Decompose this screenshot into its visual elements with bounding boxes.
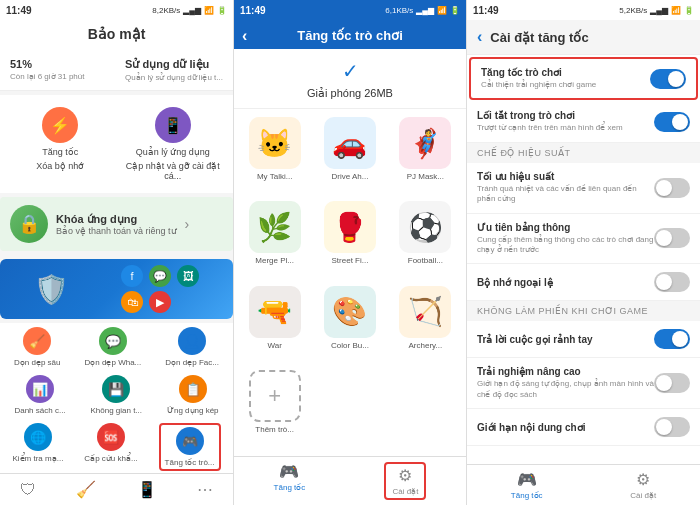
panel1-tab-bar: 🛡 🧹 📱 ⋯: [0, 473, 233, 505]
stat-battery: 51% Còn lại 6 giờ 31 phút: [10, 58, 85, 82]
setting-priority: Ưu tiên bảng thông Cung cấp thêm bảng th…: [467, 214, 700, 265]
game-boost-item[interactable]: 🎮 Tăng tốc trò...: [159, 423, 221, 471]
setting-optimize-title: Tối ưu hiệu suất: [477, 171, 654, 182]
game-grid: 🐱 My Talki... 🚗 Drive Ah... 🦸 PJ Mask...…: [234, 109, 466, 456]
game-boost-label: Tăng tốc trò...: [165, 458, 215, 467]
game-icon-pjmask: 🦸: [399, 117, 451, 169]
setting-shortcut-text: Lối tắt trong trò chơi Trượt từ cạnh trê…: [477, 110, 654, 133]
wifi-icon-3: 📶: [671, 6, 681, 15]
game-icon-football: ⚽: [399, 201, 451, 253]
game-name-football: Football...: [391, 256, 460, 265]
panel2-header: ‹ Tăng tốc trò chơi: [234, 20, 466, 49]
data-list-icon: 📊: [26, 375, 54, 403]
clean-wha-item[interactable]: 💬 Dọn dẹp Wha...: [85, 327, 142, 367]
clean-wha-icon: 💬: [99, 327, 127, 355]
toggle-shortcut[interactable]: [654, 112, 690, 132]
appmgr-cell[interactable]: 📱 Quản lý ứng dụng Cập nhật và gỡ cài đặ…: [117, 101, 230, 187]
setting-handsfree-text: Trả lời cuộc gọi rảnh tay: [477, 334, 654, 345]
p2-tab-boost[interactable]: 🎮 Tăng tốc: [274, 462, 306, 500]
stat-battery-sub: Còn lại 6 giờ 31 phút: [10, 72, 85, 81]
toggle-handsfree[interactable]: [654, 329, 690, 349]
game-icon-mytalki: 🐱: [249, 117, 301, 169]
panel3-back-button[interactable]: ‹: [477, 28, 482, 46]
tab-clean[interactable]: 🧹: [76, 480, 96, 499]
game-item-color[interactable]: 🎨 Color Bu...: [315, 286, 384, 364]
game-name-archery: Archery...: [391, 341, 460, 350]
game-name-merge: Merge Pl...: [240, 256, 309, 265]
signal-icon: ▂▄▆: [183, 6, 201, 15]
game-add-item[interactable]: + Thêm trò...: [240, 370, 309, 448]
setting-memory: Bộ nhớ ngoại lệ: [467, 264, 700, 301]
status-icons-3: 5,2KB/s ▂▄▆ 📶 🔋: [619, 6, 694, 15]
game-item-drive[interactable]: 🚗 Drive Ah...: [315, 117, 384, 195]
game-item-football[interactable]: ⚽ Football...: [391, 201, 460, 279]
tab-apps-icon: 📱: [137, 480, 157, 499]
game-add-button[interactable]: +: [249, 370, 301, 422]
security-banner: 🛡️ f 💬 🖼 🛍 ▶: [0, 259, 233, 319]
clean-wha-label: Dọn dẹp Wha...: [85, 358, 142, 367]
tab-apps[interactable]: 📱: [137, 480, 157, 499]
game-name-pjmask: PJ Mask...: [391, 172, 460, 181]
tab-security[interactable]: 🛡: [20, 481, 36, 499]
p2-tab-settings[interactable]: ⚙ Cài đặt: [384, 462, 426, 500]
status-bar-3: 11:49 5,2KB/s ▂▄▆ 📶 🔋: [467, 0, 700, 20]
setting-advanced: Trải nghiệm nâng cao Giới hạn độ sáng tự…: [467, 358, 700, 409]
game-item-mytalki[interactable]: 🐱 My Talki...: [240, 117, 309, 195]
game-item-merge[interactable]: 🌿 Merge Pl...: [240, 201, 309, 279]
signal-icon-2: ▂▄▆: [416, 6, 434, 15]
setting-memory-text: Bộ nhớ ngoại lệ: [477, 277, 654, 288]
appmgr-sub: Cập nhật và gỡ cài đặt cá...: [121, 161, 226, 181]
toggle-priority[interactable]: [654, 228, 690, 248]
first-aid-item[interactable]: 🆘 Cấp cứu khẩ...: [84, 423, 137, 471]
p3-tab-boost[interactable]: 🎮 Tăng tốc: [511, 470, 543, 500]
p2-tab-settings-icon: ⚙: [398, 466, 412, 485]
dual-app-icon: 📋: [179, 375, 207, 403]
dual-app-item[interactable]: 📋 Ứng dụng kép: [167, 375, 219, 415]
setting-handsfree-title: Trả lời cuộc gọi rảnh tay: [477, 334, 654, 345]
setting-priority-title: Ưu tiên bảng thông: [477, 222, 654, 233]
boost-cell[interactable]: ⚡ Tăng tốc Xóa bộ nhớ: [4, 101, 117, 187]
game-icon-archery: 🏹: [399, 286, 451, 338]
toggle-advanced[interactable]: [654, 373, 690, 393]
data-list-item[interactable]: 📊 Danh sách c...: [14, 375, 65, 415]
lock-text: Khóa ứng dụng Bảo vệ thanh toán và riêng…: [56, 213, 177, 236]
toggle-gameboost[interactable]: [650, 69, 686, 89]
status-icons-2: 6,1KB/s ▂▄▆ 📶 🔋: [385, 6, 460, 15]
stat-data-sub: Quản lý sử dụng dữ liệu t...: [125, 73, 223, 82]
status-time-1: 11:49: [6, 5, 32, 16]
boost-sub: Xóa bộ nhớ: [36, 161, 84, 171]
tab-security-icon: 🛡: [20, 481, 36, 499]
clean-fac-item[interactable]: 👤 Dọn dẹp Fac...: [165, 327, 219, 367]
net-check-item[interactable]: 🌐 Kiểm tra mạ...: [12, 423, 63, 471]
p3-tab-settings-icon: ⚙: [636, 470, 650, 489]
banner-msg-icon: 💬: [149, 265, 171, 287]
panel2-back-button[interactable]: ‹: [242, 27, 247, 45]
deep-clean-item[interactable]: 🧹 Dọn dẹp sâu: [14, 327, 60, 367]
game-item-war[interactable]: 🔫 War: [240, 286, 309, 364]
setting-advanced-text: Trải nghiệm nâng cao Giới hạn độ sáng tự…: [477, 366, 654, 400]
toggle-optimize[interactable]: [654, 178, 690, 198]
toggle-limit[interactable]: [654, 417, 690, 437]
space-item[interactable]: 💾 Không gian t...: [90, 375, 142, 415]
game-boost-icon: 🎮: [176, 427, 204, 455]
lock-icon: 🔒: [10, 205, 48, 243]
toggle-memory[interactable]: [654, 272, 690, 292]
p3-tab-settings[interactable]: ⚙ Cài đặt: [630, 470, 656, 500]
game-item-archery[interactable]: 🏹 Archery...: [391, 286, 460, 364]
setting-gameboost-sub: Cải thiện trải nghiệm chơi game: [481, 80, 650, 90]
battery-icon: 🔋: [217, 6, 227, 15]
p2-tab-settings-label: Cài đặt: [392, 487, 418, 496]
battery-icon-3: 🔋: [684, 6, 694, 15]
game-item-pjmask[interactable]: 🦸 PJ Mask...: [391, 117, 460, 195]
game-item-street[interactable]: 🥊 Street Fi...: [315, 201, 384, 279]
panel1-title: Bảo mật: [88, 26, 146, 42]
appmgr-icon: 📱: [155, 107, 191, 143]
tab-more[interactable]: ⋯: [197, 480, 213, 499]
tab-more-icon: ⋯: [197, 480, 213, 499]
settings-list: Tăng tốc trò chơi Cải thiện trải nghiệm …: [467, 55, 700, 464]
lock-section[interactable]: 🔒 Khóa ứng dụng Bảo vệ thanh toán và riê…: [0, 197, 233, 251]
setting-shortcut-title: Lối tắt trong trò chơi: [477, 110, 654, 121]
deep-clean-label: Dọn dẹp sâu: [14, 358, 60, 367]
setting-limit-text: Giới hạn nội dung chơi: [477, 422, 654, 433]
wifi-icon-2: 📶: [437, 6, 447, 15]
